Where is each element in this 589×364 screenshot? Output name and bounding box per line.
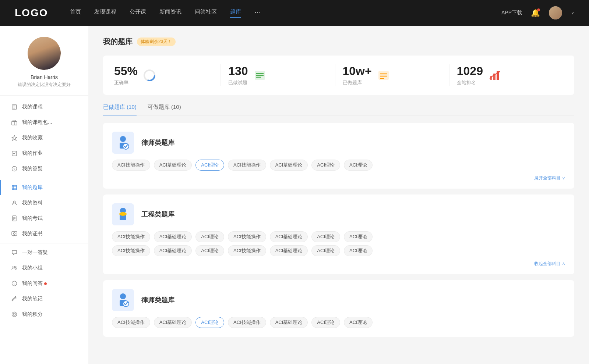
tag-active[interactable]: ACI理论 [195, 160, 224, 171]
tag[interactable]: ACI基础理论 [270, 245, 308, 256]
user-menu-chevron[interactable]: ∨ [571, 10, 574, 15]
svg-text:?: ? [13, 167, 15, 171]
tab-done[interactable]: 已做题库 (10) [103, 104, 137, 115]
tag[interactable]: ACI技能操作 [228, 245, 266, 256]
tag[interactable]: ACI理论 [344, 245, 373, 256]
tag[interactable]: ACI技能操作 [228, 160, 266, 171]
nav-link-open[interactable]: 公开课 [130, 8, 146, 18]
sidebar-item-qa[interactable]: ? 我的答疑 [0, 161, 88, 176]
qa-icon: ? [11, 280, 18, 287]
svg-point-53 [120, 293, 126, 299]
nav-link-news[interactable]: 新闻资讯 [159, 8, 181, 18]
course-icon [11, 104, 18, 110]
tag[interactable]: ACI技能操作 [228, 317, 266, 328]
sidebar-item-my-courses[interactable]: 我的课程 [0, 99, 88, 115]
logo: LOGO [15, 7, 48, 19]
tag[interactable]: ACI理论 [311, 160, 340, 171]
tag[interactable]: ACI理论 [344, 317, 373, 328]
svg-rect-11 [12, 185, 17, 190]
layout: Brian Harris 错误的决定比没有决定要好 我的课程 我的课程包... [0, 26, 589, 364]
stat-icon-list [253, 69, 267, 82]
menu-divider [0, 178, 88, 178]
tag[interactable]: ACI技能操作 [112, 245, 150, 256]
tag[interactable]: ACI基础理论 [154, 245, 192, 256]
stat-done-banks: 10w+ 已做题库 [335, 64, 449, 86]
tag[interactable]: ACI理论 [195, 245, 224, 256]
sidebar-item-label: 我的作业 [22, 150, 43, 157]
nav-link-qa[interactable]: 问答社区 [195, 8, 217, 18]
sidebar-item-notes[interactable]: 我的笔记 [0, 291, 88, 307]
qb-section-lawyer-2: 律师类题库 ACI技能操作 ACI基础理论 ACI理论 ACI技能操作 ACI基… [103, 280, 574, 337]
tab-available[interactable]: 可做题库 (10) [148, 104, 181, 115]
tag[interactable]: ACI理论 [195, 231, 224, 242]
engineer-icon [112, 203, 134, 225]
nav-link-discover[interactable]: 发现课程 [94, 8, 116, 18]
tag[interactable]: ACI理论 [344, 231, 373, 242]
sidebar-item-profile[interactable]: 我的资料 [0, 195, 88, 211]
stat-ranking: 1029 全站排名 [449, 64, 563, 86]
tag[interactable]: ACI基础理论 [270, 231, 308, 242]
sidebar-item-my-qa[interactable]: ? 我的问答 [0, 276, 88, 291]
sidebar-item-label: 我的答疑 [22, 165, 43, 172]
sidebar-item-points[interactable]: 我的积分 [0, 307, 88, 322]
nav-links: 首页 发现课程 公开课 新闻资讯 问答社区 题库 ··· [70, 8, 501, 18]
sidebar-item-qbank[interactable]: 我的题库 [0, 180, 88, 195]
svg-point-25 [15, 266, 16, 268]
qb-section-header: 律师类题库 [112, 289, 565, 311]
tag[interactable]: ACI理论 [344, 160, 373, 171]
tag[interactable]: ACI技能操作 [112, 160, 150, 171]
sidebar-item-certificate[interactable]: 我的证书 [0, 226, 88, 242]
stats-bar: 55% 正确率 130 已做试题 [103, 56, 574, 95]
tag[interactable]: ACI技能操作 [112, 317, 150, 328]
tag[interactable]: ACI技能操作 [228, 231, 266, 242]
tag[interactable]: ACI基础理论 [270, 160, 308, 171]
lawyer-icon [112, 132, 134, 154]
tag[interactable]: ACI基础理论 [270, 317, 308, 328]
tag[interactable]: ACI基础理论 [154, 160, 192, 171]
svg-point-30 [13, 313, 15, 315]
sidebar-item-group[interactable]: 我的小组 [0, 260, 88, 276]
tag[interactable]: ACI技能操作 [112, 231, 150, 242]
nav-link-qbank[interactable]: 题库 [230, 8, 241, 18]
sidebar-item-course-package[interactable]: 我的课程包... [0, 115, 88, 130]
sidebar-item-label: 我的小组 [22, 265, 43, 271]
sidebar-item-label: 我的积分 [22, 311, 43, 318]
nav-more[interactable]: ··· [254, 8, 260, 18]
avatar-image [549, 6, 562, 19]
svg-point-45 [498, 71, 500, 72]
tags-row-2: ACI技能操作 ACI基础理论 ACI理论 ACI技能操作 ACI基础理论 AC… [112, 245, 565, 256]
qb-section-engineer: 工程类题库 ACI技能操作 ACI基础理论 ACI理论 ACI技能操作 ACI基… [103, 195, 574, 274]
homework-icon [11, 150, 18, 157]
exam-icon [11, 215, 18, 222]
tag[interactable]: ACI理论 [311, 231, 340, 242]
tag[interactable]: ACI理论 [311, 245, 340, 256]
nav-link-home[interactable]: 首页 [70, 8, 81, 18]
sidebar-item-label: 我的证书 [22, 231, 43, 237]
tag[interactable]: ACI理论 [311, 317, 340, 328]
expand-button[interactable]: 展开全部科目 ∨ [112, 174, 565, 183]
svg-point-29 [12, 312, 17, 317]
stat-number: 55% [114, 64, 138, 78]
profile-motto: 错误的决定比没有决定要好 [18, 82, 71, 88]
qb-section-header: 律师类题库 [112, 132, 565, 154]
tag[interactable]: ACI基础理论 [154, 231, 192, 242]
qb-section-lawyer-1: 律师类题库 ACI技能操作 ACI基础理论 ACI理论 ACI技能操作 ACI基… [103, 123, 574, 189]
star-icon [11, 135, 18, 141]
stat-done-questions: 130 已做试题 [221, 64, 335, 86]
app-download-button[interactable]: APP下载 [501, 10, 522, 16]
stat-text-group: 10w+ 已做题库 [343, 64, 372, 86]
notification-bell[interactable]: 🔔 [531, 8, 540, 17]
collapse-button[interactable]: 收起全部科目 ∧ [112, 259, 565, 268]
sidebar-item-exam[interactable]: 我的考试 [0, 211, 88, 226]
points-icon [11, 311, 18, 318]
tag[interactable]: ACI基础理论 [154, 317, 192, 328]
tag-active[interactable]: ACI理论 [195, 317, 224, 328]
sidebar-item-homework[interactable]: 我的作业 [0, 146, 88, 161]
sidebar-item-1on1[interactable]: 一对一答疑 [0, 245, 88, 260]
bell-icon: 🔔 [531, 9, 540, 17]
svg-text:?: ? [13, 282, 15, 286]
sidebar-item-favorites[interactable]: 我的收藏 [0, 130, 88, 146]
qb-title: 律师类题库 [141, 296, 174, 304]
avatar[interactable] [549, 6, 562, 19]
package-icon [11, 119, 18, 126]
